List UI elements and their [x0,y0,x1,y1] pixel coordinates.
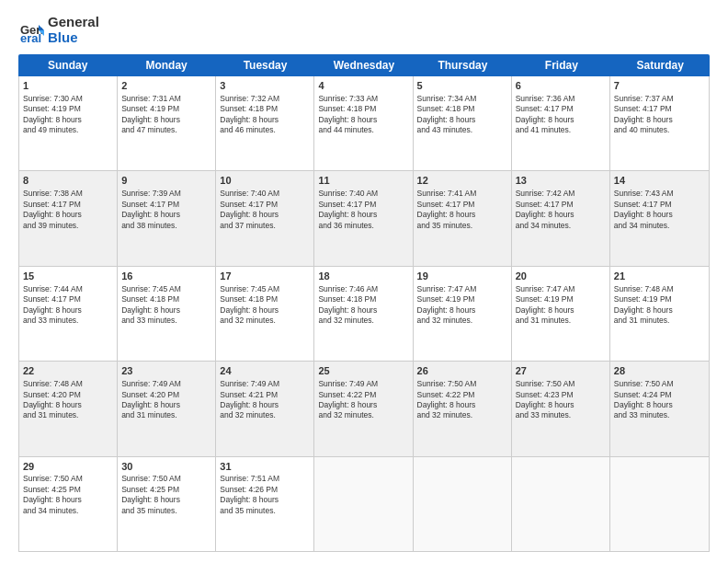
day-number: 2 [121,79,211,93]
day-cell: 26Sunrise: 7:50 AMSunset: 4:22 PMDayligh… [414,362,512,455]
day-info-line: and 32 minutes. [318,410,408,420]
day-info-line: Sunset: 4:20 PM [23,390,113,400]
day-info-line: Sunrise: 7:49 AM [220,379,310,389]
day-info-line: Sunset: 4:17 PM [121,200,211,210]
day-info-line: and 35 minutes. [417,221,507,231]
day-cell: 18Sunrise: 7:46 AMSunset: 4:18 PMDayligh… [314,267,413,361]
day-info-line: and 34 minutes. [614,221,705,231]
day-info-line: Daylight: 8 hours [220,305,310,316]
day-info-line: Sunrise: 7:47 AM [417,284,507,294]
day-info-line: Daylight: 8 hours [121,115,211,125]
day-info-line: Sunset: 4:25 PM [121,485,211,495]
day-number: 19 [417,270,507,283]
day-cell: 14Sunrise: 7:43 AMSunset: 4:17 PMDayligh… [610,171,709,265]
day-info-line: Sunset: 4:19 PM [516,294,606,304]
day-info-line: Sunset: 4:19 PM [417,294,507,304]
day-info-line: Daylight: 8 hours [121,400,211,410]
day-info-line: Sunset: 4:17 PM [516,200,606,210]
day-cell: 19Sunrise: 7:47 AMSunset: 4:19 PMDayligh… [414,267,512,361]
day-info-line: Sunrise: 7:45 AM [220,284,310,294]
day-number: 16 [121,270,211,283]
day-cell: 22Sunrise: 7:48 AMSunset: 4:20 PMDayligh… [19,362,118,455]
day-info-line: Sunrise: 7:36 AM [516,94,606,104]
day-number: 30 [121,460,211,474]
day-cell: 31Sunrise: 7:51 AMSunset: 4:26 PMDayligh… [216,457,314,551]
day-info-line: Daylight: 8 hours [614,210,705,220]
day-cell: 29Sunrise: 7:50 AMSunset: 4:25 PMDayligh… [19,457,118,551]
day-info-line: Sunrise: 7:50 AM [614,379,705,389]
day-number: 9 [121,174,211,188]
day-info-line: Daylight: 8 hours [417,115,507,125]
day-info-line: Daylight: 8 hours [23,210,113,220]
day-number: 4 [318,79,408,93]
day-cell: 8Sunrise: 7:38 AMSunset: 4:17 PMDaylight… [19,171,118,265]
day-info-line: and 44 minutes. [318,125,408,135]
day-info-line: Sunset: 4:18 PM [220,294,310,304]
day-info-line: and 33 minutes. [516,410,606,420]
day-info-line: Sunset: 4:21 PM [220,390,310,400]
day-cell: 11Sunrise: 7:40 AMSunset: 4:17 PMDayligh… [314,171,413,265]
header-day: Saturday [611,54,710,76]
day-cell: 2Sunrise: 7:31 AMSunset: 4:19 PMDaylight… [118,76,216,170]
day-number: 20 [516,270,606,283]
day-info-line: Daylight: 8 hours [121,305,211,316]
day-info-line: Daylight: 8 hours [516,400,606,410]
header-day: Thursday [414,54,512,76]
day-info-line: Daylight: 8 hours [23,305,113,316]
day-info-line: Sunrise: 7:48 AM [23,379,113,389]
day-info-line: Sunset: 4:22 PM [417,390,507,400]
day-info-line: and 31 minutes. [614,316,705,326]
day-info-line: Daylight: 8 hours [516,305,606,316]
day-cell: 1Sunrise: 7:30 AMSunset: 4:19 PMDaylight… [19,76,118,170]
day-info-line: and 41 minutes. [516,125,606,135]
day-info-line: Sunset: 4:17 PM [220,200,310,210]
day-info-line: Daylight: 8 hours [23,495,113,505]
day-info-line: Sunrise: 7:50 AM [417,379,507,389]
day-info-line: Sunrise: 7:40 AM [318,189,408,199]
day-info-line: Sunrise: 7:41 AM [417,189,507,199]
day-cell: 21Sunrise: 7:48 AMSunset: 4:19 PMDayligh… [610,267,709,361]
day-number: 23 [121,364,211,378]
day-info-line: and 49 minutes. [23,125,113,135]
day-cell: 17Sunrise: 7:45 AMSunset: 4:18 PMDayligh… [216,267,314,361]
empty-cell [610,457,709,551]
day-info-line: and 32 minutes. [220,410,310,420]
day-info-line: and 38 minutes. [121,221,211,231]
day-info-line: Sunset: 4:17 PM [23,200,113,210]
day-info-line: and 33 minutes. [614,410,705,420]
day-cell: 28Sunrise: 7:50 AMSunset: 4:24 PMDayligh… [610,362,709,455]
empty-cell [512,457,610,551]
day-info-line: Sunset: 4:18 PM [318,104,408,114]
day-info-line: Sunrise: 7:34 AM [417,94,507,104]
day-info-line: Sunset: 4:19 PM [614,294,705,304]
day-info-line: Sunset: 4:18 PM [417,104,507,114]
calendar-week: 15Sunrise: 7:44 AMSunset: 4:17 PMDayligh… [19,267,709,362]
day-info-line: and 32 minutes. [318,316,408,326]
day-cell: 23Sunrise: 7:49 AMSunset: 4:20 PMDayligh… [118,362,216,455]
day-info-line: Sunrise: 7:32 AM [220,94,310,104]
day-info-line: Sunset: 4:19 PM [23,104,113,114]
calendar-page: Gen eral General Blue SundayMondayTuesda… [0,0,728,563]
day-info-line: and 46 minutes. [220,125,310,135]
day-number: 25 [318,364,408,378]
day-cell: 5Sunrise: 7:34 AMSunset: 4:18 PMDaylight… [414,76,512,170]
day-number: 13 [516,174,606,188]
day-number: 1 [23,79,113,93]
day-info-line: and 31 minutes. [23,410,113,420]
day-info-line: Daylight: 8 hours [220,115,310,125]
day-info-line: Sunrise: 7:33 AM [318,94,408,104]
logo-line2: Blue [48,30,99,46]
day-info-line: Sunrise: 7:39 AM [121,189,211,199]
day-cell: 9Sunrise: 7:39 AMSunset: 4:17 PMDaylight… [118,171,216,265]
day-cell: 30Sunrise: 7:50 AMSunset: 4:25 PMDayligh… [118,457,216,551]
day-info-line: Sunset: 4:17 PM [614,104,705,114]
day-info-line: Sunset: 4:22 PM [318,390,408,400]
day-info-line: and 32 minutes. [417,410,507,420]
day-info-line: Daylight: 8 hours [614,305,705,316]
day-info-line: Sunset: 4:18 PM [220,104,310,114]
day-info-line: Daylight: 8 hours [23,115,113,125]
day-number: 5 [417,79,507,93]
day-number: 17 [220,270,310,283]
calendar-body: 1Sunrise: 7:30 AMSunset: 4:19 PMDaylight… [18,76,710,552]
day-cell: 27Sunrise: 7:50 AMSunset: 4:23 PMDayligh… [512,362,610,455]
